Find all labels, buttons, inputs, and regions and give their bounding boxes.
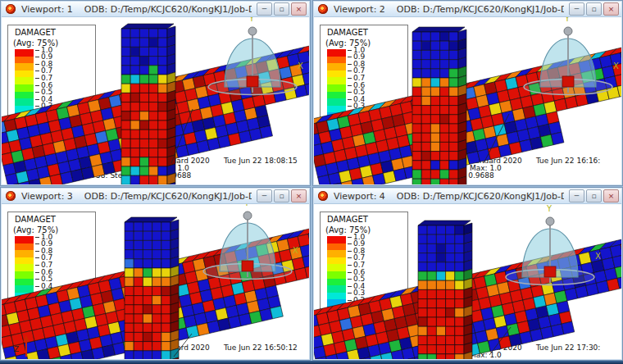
x-axis-label: X bbox=[293, 246, 298, 255]
legend-swatch bbox=[15, 285, 34, 293]
minimize-button[interactable]: ─ bbox=[569, 2, 584, 16]
legend-swatch bbox=[327, 257, 346, 265]
probe-elem-annotation: Elem: bbox=[18, 344, 39, 352]
close-button[interactable]: × bbox=[603, 2, 619, 16]
viewport-2-titlebar[interactable]: Viewport: 2 ODB: D:/Temp/KCJC620/KongKJ1… bbox=[314, 2, 621, 17]
restore-button[interactable]: ▫ bbox=[586, 189, 602, 202]
x-axis-label: X bbox=[595, 252, 601, 261]
legend-swatch bbox=[327, 84, 346, 92]
legend-max-annotation: Max: 1.0 bbox=[321, 145, 352, 153]
legend-swatch bbox=[15, 112, 34, 120]
legend-swatch bbox=[15, 314, 34, 321]
viewport-3-title: Viewport: 3 bbox=[21, 191, 73, 202]
legend-swatch bbox=[15, 271, 34, 279]
viewport-1-canvas[interactable]: DAMAGET (Avg: 75%) 1.00.90.80.70.70.60.5… bbox=[2, 17, 309, 184]
viewport-4-canvas[interactable]: DAMAGET (Avg: 75%) 1.00.90.80.70.70.60.5… bbox=[314, 204, 621, 359]
status-increment-line: Increment 509: Step Time = 0.9669 bbox=[44, 358, 191, 359]
viewport-4-odb-path: ODB: D:/Temp/KCJC620/KongKJ1/Job-D22.odb bbox=[397, 191, 564, 202]
legend-title: DAMAGET bbox=[15, 215, 56, 224]
legend-swatch bbox=[15, 257, 34, 265]
legend-title: DAMAGET bbox=[327, 28, 368, 37]
legend-swatch bbox=[327, 307, 346, 314]
legend-swatch bbox=[327, 271, 346, 279]
legend-swatch bbox=[15, 106, 34, 113]
legend-swatch bbox=[327, 49, 346, 57]
legend-title: DAMAGET bbox=[327, 215, 368, 224]
probe-node-annotation: Node: bbox=[18, 353, 40, 359]
abaqus-viewport-icon bbox=[318, 4, 328, 14]
viewport-2-canvas[interactable]: DAMAGET (Avg: 75%) 1.00.90.80.70.70.60.5… bbox=[314, 17, 621, 184]
status-increment-line: Increment 6: Step Time = 0.9688 bbox=[357, 171, 494, 180]
legend-swatch bbox=[15, 84, 34, 92]
legend-swatch bbox=[327, 299, 346, 307]
legend-swatch bbox=[15, 71, 34, 78]
legend-swatch bbox=[15, 250, 34, 257]
minimize-button[interactable]: ─ bbox=[257, 2, 272, 16]
legend-swatch bbox=[327, 243, 346, 251]
x-axis-label: X bbox=[613, 61, 619, 71]
max-value-annotation: Max: 1.0 bbox=[470, 351, 502, 359]
legend-swatch bbox=[327, 314, 346, 321]
viewport-4-window[interactable]: Viewport: 4 ODB: D:/Temp/KCJC620/KongKJ1… bbox=[312, 187, 623, 361]
legend-swatch bbox=[327, 293, 346, 300]
viewport-4-titlebar[interactable]: Viewport: 4 ODB: D:/Temp/KCJC620/KongKJ1… bbox=[314, 189, 621, 204]
minimize-button[interactable]: ─ bbox=[257, 189, 272, 202]
restore-button[interactable]: ▫ bbox=[274, 2, 289, 16]
legend-swatch bbox=[327, 264, 346, 271]
legend-swatch bbox=[15, 127, 34, 134]
legend-swatch bbox=[15, 57, 34, 64]
legend-swatch bbox=[327, 112, 346, 120]
legend-swatch bbox=[15, 279, 34, 286]
legend-swatch bbox=[327, 127, 346, 134]
viewport-3-window[interactable]: Viewport: 3 ODB: D:/Temp/KCJC620/KongKJ1… bbox=[0, 187, 311, 361]
legend-max-annotation: Max: 1.0 bbox=[321, 332, 352, 340]
viewport-2-title: Viewport: 2 bbox=[334, 4, 385, 15]
restore-button[interactable]: ▫ bbox=[274, 189, 289, 202]
legend-swatch bbox=[15, 98, 34, 106]
max-value-annotation: Max: 1.0 bbox=[470, 164, 502, 172]
legend-swatch bbox=[327, 279, 346, 286]
legend-swatch bbox=[327, 63, 346, 71]
close-button[interactable]: × bbox=[291, 2, 307, 16]
viewport-2-window[interactable]: Viewport: 2 ODB: D:/Temp/KCJC620/KongKJ1… bbox=[312, 0, 623, 186]
close-button[interactable]: × bbox=[603, 189, 619, 202]
minimize-button[interactable]: ─ bbox=[569, 189, 584, 202]
legend-swatch bbox=[15, 293, 34, 300]
legend-swatch bbox=[327, 77, 346, 84]
legend-swatch bbox=[327, 106, 346, 113]
viewport-1-title: Viewport: 1 bbox=[21, 4, 73, 15]
viewport-3-odb-path: ODB: D:/Temp/KCJC620/KongKJ1/Job-D20.odb bbox=[84, 191, 252, 202]
abaqus-mdi-area: Viewport: 1 ODB: D:/Temp/KCJC620/KongKJ1… bbox=[0, 0, 623, 364]
legend-swatch bbox=[327, 250, 346, 257]
legend-swatch bbox=[327, 92, 346, 99]
legend-tick-label: 0.0 bbox=[35, 317, 52, 325]
abaqus-viewport-icon bbox=[6, 4, 16, 14]
legend-swatch bbox=[15, 49, 34, 57]
legend-swatch bbox=[327, 120, 346, 127]
viewport-1-titlebar[interactable]: Viewport: 1 ODB: D:/Temp/KCJC620/KongKJ1… bbox=[2, 2, 309, 17]
restore-button[interactable]: ▫ bbox=[586, 2, 602, 16]
legend-swatch bbox=[15, 236, 34, 243]
close-button[interactable]: × bbox=[291, 189, 307, 202]
viewport-3-titlebar[interactable]: Viewport: 3 ODB: D:/Temp/KCJC620/KongKJ1… bbox=[2, 189, 309, 204]
viewport-4-title: Viewport: 4 bbox=[334, 191, 385, 202]
legend-swatch bbox=[15, 299, 34, 307]
legend-swatch bbox=[15, 307, 34, 314]
legend-max-annotation: Max: 1.0 bbox=[8, 332, 40, 340]
legend-swatch bbox=[327, 57, 346, 64]
legend-tick-label: 0.0 bbox=[35, 130, 52, 139]
legend-tick-label: 0.0 bbox=[348, 317, 365, 325]
y-axis-label: Y bbox=[546, 204, 553, 213]
legend-title: DAMAGET bbox=[15, 28, 56, 37]
legend-swatch bbox=[15, 264, 34, 271]
viewport-1-odb-path: ODB: D:/Temp/KCJC620/KongKJ1/Job-D14.odb bbox=[84, 4, 252, 15]
contour-legend: DAMAGET (Avg: 75%) 1.00.90.80.70.70.60.5… bbox=[320, 212, 408, 330]
abaqus-viewport-icon bbox=[318, 191, 328, 201]
y-axis-label: Y bbox=[243, 204, 250, 207]
legend-swatch bbox=[15, 120, 34, 127]
legend-swatch bbox=[15, 63, 34, 71]
y-axis-label: Y bbox=[248, 17, 255, 23]
status-increment-line: Increment 758: Step Time = 0.9688 bbox=[44, 171, 191, 180]
viewport-1-window[interactable]: Viewport: 1 ODB: D:/Temp/KCJC620/KongKJ1… bbox=[0, 0, 311, 186]
viewport-3-canvas[interactable]: DAMAGET (Avg: 75%) 1.00.90.80.70.70.60.5… bbox=[2, 204, 309, 359]
